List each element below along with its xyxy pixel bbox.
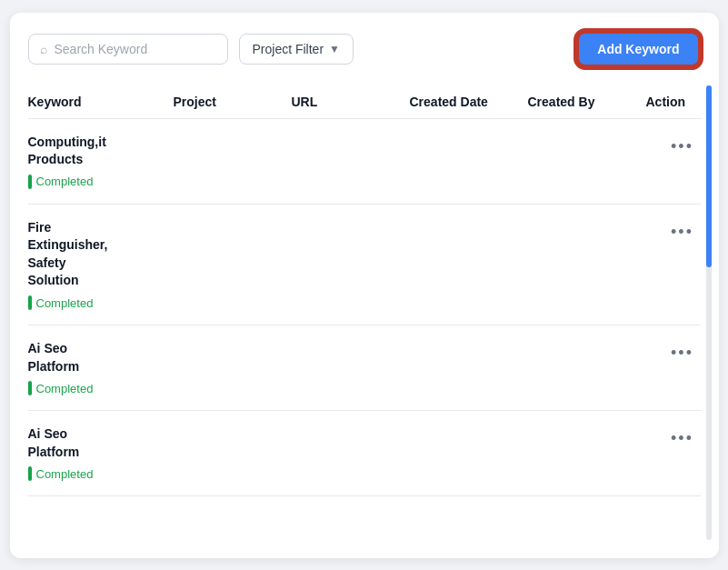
col-url: URL [292, 95, 410, 109]
status-badge: Completed [28, 175, 174, 189]
status-dot [28, 381, 32, 395]
toolbar: ⌕ Project Filter ▼ Add Keyword [28, 31, 701, 67]
col-keyword: Keyword [28, 95, 174, 109]
status-badge: Completed [28, 295, 174, 310]
add-keyword-button[interactable]: Add Keyword [576, 31, 700, 67]
project-filter-button[interactable]: Project Filter ▼ [239, 34, 354, 65]
table-header: Keyword Project URL Created Date Created… [28, 85, 701, 119]
table-row: Ai SeoPlatform Completed ••• [28, 411, 701, 496]
status-label: Completed [36, 467, 94, 481]
status-label: Completed [36, 382, 94, 395]
status-dot [28, 295, 32, 310]
status-badge: Completed [28, 466, 174, 481]
keyword-cell: Ai SeoPlatform Completed [28, 340, 174, 395]
scrollbar[interactable] [706, 85, 712, 540]
scrollbar-thumb [706, 85, 712, 267]
table-body: Computing,itProducts Completed ••• FireE… [28, 119, 701, 497]
keyword-name: Ai SeoPlatform [28, 425, 174, 461]
more-actions-button[interactable]: ••• [663, 134, 701, 160]
search-wrapper[interactable]: ⌕ [28, 34, 228, 65]
keyword-cell: Computing,itProducts Completed [28, 134, 174, 189]
keyword-cell: Ai SeoPlatform Completed [28, 425, 174, 481]
status-label: Completed [36, 296, 94, 310]
chevron-down-icon: ▼ [329, 43, 340, 55]
status-dot [28, 466, 32, 481]
more-actions-button[interactable]: ••• [663, 340, 701, 366]
filter-label: Project Filter [253, 42, 324, 56]
table-row: Computing,itProducts Completed ••• [28, 119, 701, 205]
keyword-name: Ai SeoPlatform [28, 340, 174, 375]
table-row: Ai SeoPlatform Completed ••• [28, 325, 701, 411]
status-badge: Completed [28, 381, 174, 395]
keyword-cell: FireExtinguisher,SafetySolution Complete… [28, 219, 174, 310]
col-project: Project [174, 95, 292, 109]
table-row: FireExtinguisher,SafetySolution Complete… [28, 205, 701, 325]
status-label: Completed [36, 175, 94, 188]
col-created-by: Created By [528, 95, 646, 109]
col-created-date: Created Date [410, 95, 528, 109]
more-actions-button[interactable]: ••• [663, 425, 701, 452]
keyword-name: Computing,itProducts [28, 134, 174, 169]
keyword-name: FireExtinguisher,SafetySolution [28, 219, 174, 290]
search-icon: ⌕ [40, 42, 47, 56]
main-container: ⌕ Project Filter ▼ Add Keyword Keyword P… [10, 13, 719, 558]
status-dot [28, 175, 32, 189]
more-actions-button[interactable]: ••• [663, 219, 701, 245]
search-input[interactable] [55, 42, 216, 56]
